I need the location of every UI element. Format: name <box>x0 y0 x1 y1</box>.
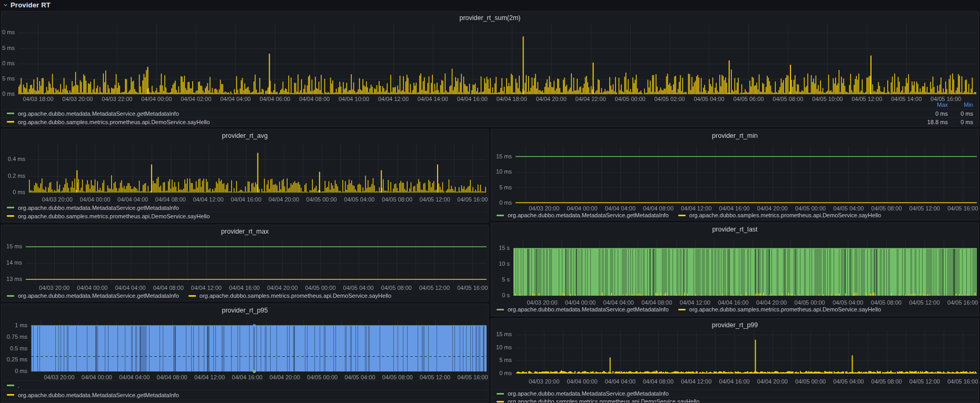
legend-series-label-demo[interactable]: org.apache.dubbo.samples.metrics.prometh… <box>18 401 210 403</box>
legend-row: . <box>2 380 488 390</box>
legend-item: org.apache.dubbo.metadata.MetadataServic… <box>7 292 179 299</box>
series-color-swatch <box>7 385 14 386</box>
legend-value: 0 ms <box>915 110 948 117</box>
panel-legend: org.apache.dubbo.metadata.MetadataServic… <box>491 211 978 219</box>
panel-legend: org.apache.dubbo.metadata.MetadataServic… <box>491 306 978 313</box>
legend-series-label-demo[interactable]: org.apache.dubbo.samples.metrics.prometh… <box>200 293 391 299</box>
series-color-swatch <box>7 113 14 114</box>
row-title: Provider RT <box>11 1 51 9</box>
panel-title-p95[interactable]: provider_rt_p95 <box>2 307 488 314</box>
legend-row: org.apache.dubbo.samples.metrics.prometh… <box>491 397 978 403</box>
series-color-swatch <box>497 393 504 395</box>
series-color-swatch <box>189 295 196 297</box>
legend-column-max[interactable]: Max <box>915 101 948 108</box>
chart-canvas-max[interactable] <box>2 225 489 301</box>
dashboard: Provider RT provider_rt_sum(2m) MaxMinor… <box>0 0 980 403</box>
legend-label-cell: org.apache.dubbo.samples.metrics.prometh… <box>7 213 483 220</box>
legend-series-label-dot[interactable]: . <box>18 382 19 389</box>
legend-inline-row: org.apache.dubbo.metadata.MetadataServic… <box>491 211 978 219</box>
panel-legend: org.apache.dubbo.metadata.MetadataServic… <box>491 389 978 403</box>
legend-row: org.apache.dubbo.metadata.MetadataServic… <box>491 389 978 397</box>
legend-row: org.apache.dubbo.samples.metrics.prometh… <box>2 211 488 220</box>
legend-value: 18.8 ms <box>915 118 948 126</box>
legend-row: org.apache.dubbo.samples.metrics.prometh… <box>2 399 488 403</box>
legend-series-label-metadata[interactable]: org.apache.dubbo.metadata.MetadataServic… <box>508 390 669 397</box>
chevron-down-icon <box>3 3 8 7</box>
legend-value: 0 ms <box>948 118 973 126</box>
legend-series-label-demo[interactable]: org.apache.dubbo.samples.metrics.prometh… <box>18 213 210 219</box>
panel-legend: org.apache.dubbo.metadata.MetadataServic… <box>2 203 488 220</box>
panel-provider-rt-min: provider_rt_min org.apache.dubbo.metadat… <box>491 129 979 220</box>
legend-series-label-metadata[interactable]: org.apache.dubbo.metadata.MetadataServic… <box>18 205 179 211</box>
legend-label-cell: org.apache.dubbo.metadata.MetadataServic… <box>7 391 483 399</box>
legend-series-label-demo[interactable]: org.apache.dubbo.samples.metrics.prometh… <box>508 398 699 403</box>
legend-series-label-metadata[interactable]: org.apache.dubbo.metadata.MetadataServic… <box>18 392 179 398</box>
legend-series-label-demo[interactable]: org.apache.dubbo.samples.metrics.prometh… <box>18 119 210 125</box>
legend-row: org.apache.dubbo.metadata.MetadataServic… <box>2 390 488 399</box>
series-color-swatch <box>497 309 504 310</box>
legend-item: org.apache.dubbo.samples.metrics.prometh… <box>678 306 881 313</box>
legend-label-cell: org.apache.dubbo.samples.metrics.prometh… <box>497 398 973 403</box>
panel-provider-rt-last: provider_rt_last org.apache.dubbo.metada… <box>491 223 979 316</box>
legend-series-label-metadata[interactable]: org.apache.dubbo.metadata.MetadataServic… <box>508 212 669 218</box>
legend-label-cell: org.apache.dubbo.samples.metrics.prometh… <box>7 118 915 126</box>
legend-series-label-metadata[interactable]: org.apache.dubbo.metadata.MetadataServic… <box>18 293 179 299</box>
series-color-swatch <box>7 394 14 396</box>
panel-provider-rt-p95: provider_rt_p95 .org.apache.dubbo.metada… <box>1 304 489 403</box>
legend-inline-row: org.apache.dubbo.metadata.MetadataServic… <box>2 292 488 299</box>
legend-item: org.apache.dubbo.metadata.MetadataServic… <box>497 306 669 313</box>
series-color-swatch <box>497 215 504 216</box>
panel-provider-rt-avg: provider_rt_avg org.apache.dubbo.metadat… <box>1 129 489 223</box>
legend-column-min[interactable]: Min <box>948 101 973 108</box>
legend-item: org.apache.dubbo.samples.metrics.prometh… <box>678 211 881 219</box>
panel-title-last[interactable]: provider_rt_last <box>491 226 978 233</box>
chart-canvas-last[interactable] <box>491 223 979 316</box>
panel-title-sum[interactable]: provider_rt_sum(2m) <box>2 14 978 22</box>
series-color-swatch <box>678 215 686 216</box>
legend-series-label-demo[interactable]: org.apache.dubbo.samples.metrics.prometh… <box>689 212 881 218</box>
legend-label-cell: . <box>7 382 483 389</box>
legend-label-cell: org.apache.dubbo.metadata.MetadataServic… <box>7 110 915 117</box>
panel-legend: .org.apache.dubbo.metadata.MetadataServi… <box>2 380 488 403</box>
panel-title-p99[interactable]: provider_rt_p99 <box>491 321 978 329</box>
panel-title-min[interactable]: provider_rt_min <box>491 132 978 139</box>
panel-provider-rt-max: provider_rt_max org.apache.dubbo.metadat… <box>1 225 489 301</box>
panel-legend: MaxMinorg.apache.dubbo.metadata.Metadata… <box>2 100 978 126</box>
series-color-swatch <box>678 309 686 310</box>
legend-row: org.apache.dubbo.metadata.MetadataServic… <box>2 203 488 211</box>
legend-item: org.apache.dubbo.samples.metrics.prometh… <box>189 292 391 299</box>
legend-inline-row: org.apache.dubbo.metadata.MetadataServic… <box>491 306 978 313</box>
panel-provider-rt-sum: provider_rt_sum(2m) MaxMinorg.apache.dub… <box>1 11 979 127</box>
panel-provider-rt-p99: provider_rt_p99 org.apache.dubbo.metadat… <box>491 318 979 403</box>
panel-legend: org.apache.dubbo.metadata.MetadataServic… <box>2 292 488 299</box>
legend-series-label-metadata[interactable]: org.apache.dubbo.metadata.MetadataServic… <box>18 110 179 117</box>
panel-title-avg[interactable]: provider_rt_avg <box>2 132 488 139</box>
legend-series-label-metadata[interactable]: org.apache.dubbo.metadata.MetadataServic… <box>508 306 669 313</box>
legend-value: 0 ms <box>948 110 973 117</box>
series-color-swatch <box>7 121 14 123</box>
legend-row: org.apache.dubbo.metadata.MetadataServic… <box>2 109 978 117</box>
series-color-swatch <box>7 215 14 217</box>
legend-row: org.apache.dubbo.samples.metrics.prometh… <box>2 117 978 126</box>
legend-item: org.apache.dubbo.metadata.MetadataServic… <box>497 211 669 219</box>
row-header-provider-rt[interactable]: Provider RT <box>0 0 980 10</box>
panel-title-max[interactable]: provider_rt_max <box>2 228 488 235</box>
series-color-swatch <box>7 207 14 208</box>
chart-canvas-min[interactable] <box>491 129 979 220</box>
legend-label-cell: org.apache.dubbo.samples.metrics.prometh… <box>7 401 483 403</box>
legend-series-label-demo[interactable]: org.apache.dubbo.samples.metrics.prometh… <box>689 306 881 313</box>
series-color-swatch <box>497 401 504 402</box>
legend-label-cell: org.apache.dubbo.metadata.MetadataServic… <box>7 204 483 211</box>
series-color-swatch <box>7 295 14 297</box>
legend-label-cell: org.apache.dubbo.metadata.MetadataServic… <box>497 390 973 397</box>
